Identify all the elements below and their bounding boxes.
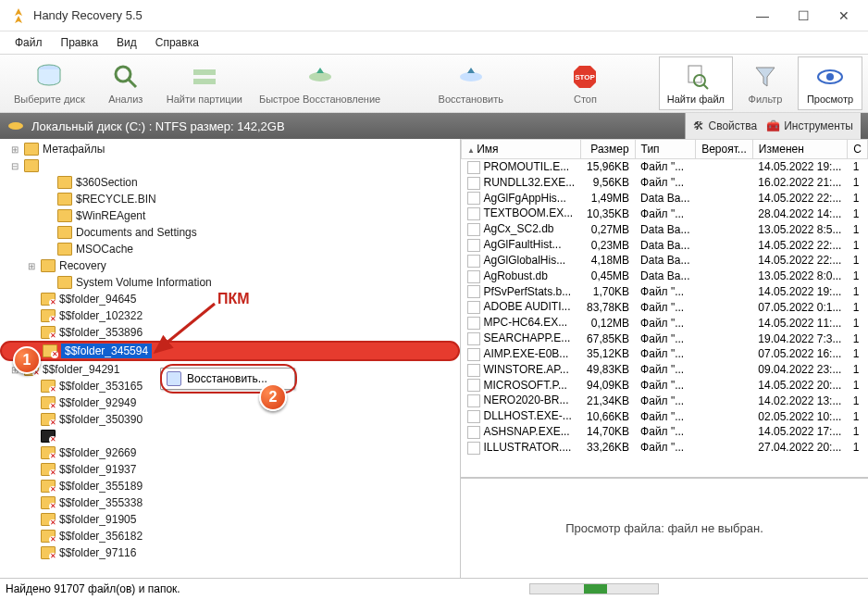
tree-item-label: $$folder_91937 — [59, 463, 136, 476]
tree-item[interactable]: Documents and Settings — [0, 224, 460, 241]
ctx-restore-item[interactable]: Восстановить... — [187, 372, 267, 385]
tree-item[interactable]: MSOCache — [0, 241, 460, 257]
svg-point-6 — [460, 72, 482, 81]
tree-item[interactable]: $$folder_92949 — [0, 394, 460, 411]
file-icon — [467, 192, 480, 205]
tree-item[interactable]: $$folder_94645 — [0, 291, 460, 307]
folder-icon — [43, 344, 57, 357]
file-row[interactable]: DLLHOST.EXE-...10,66KBФайл "...02.05.202… — [462, 408, 868, 424]
col-size[interactable]: Размер — [581, 140, 635, 159]
tree-item[interactable]: System Volume Information — [0, 274, 460, 291]
tree-item[interactable]: $$folder_91937 — [0, 461, 460, 478]
file-row[interactable]: NERO2020-BR...21,34KBФайл "...14.02.2022… — [462, 393, 868, 408]
col-modified[interactable]: Изменен — [752, 140, 847, 159]
col-type[interactable]: Тип — [635, 140, 696, 159]
tree-item[interactable]: $$folder_92669 — [0, 444, 460, 461]
close-button[interactable]: ✕ — [824, 2, 864, 30]
folder-icon — [41, 259, 56, 272]
menu-file[interactable]: Файл — [7, 34, 50, 51]
tree-item[interactable]: $$folder_350390 — [0, 411, 460, 428]
expander-icon[interactable]: ⊞ — [26, 261, 37, 271]
file-row[interactable]: PfSvPerfStats.b...1,70KBФайл "...14.05.2… — [462, 284, 868, 300]
analyze-button[interactable]: Анализ — [93, 56, 158, 110]
file-icon — [467, 394, 480, 407]
file-row[interactable]: ILLUSTRATOR....33,26KBФайл "...27.04.202… — [462, 440, 868, 456]
file-row[interactable]: MICROSOFT.P...94,09KBФайл "...14.05.2022… — [462, 378, 868, 394]
file-row[interactable]: SEARCHAPP.E...67,85KBФайл "...19.04.2022… — [462, 331, 868, 346]
tree-item[interactable]: $$folder_102322 — [0, 307, 460, 324]
expander-icon[interactable]: ⊞ — [9, 365, 20, 375]
find-file-button[interactable]: Найти файл — [659, 56, 733, 110]
tree-item[interactable]: ⊟ — [0, 157, 460, 174]
tree-item[interactable]: $$folder_355189 — [0, 478, 460, 494]
filter-button[interactable]: Фильтр — [733, 56, 798, 110]
tree-item[interactable]: ⊞Recovery — [0, 257, 460, 274]
tree-item[interactable]: $WinREAgent — [0, 207, 460, 224]
svg-point-1 — [116, 67, 130, 81]
file-icon — [467, 270, 480, 283]
progress-bar — [529, 583, 659, 594]
tree-item[interactable]: $$folder_345594 — [0, 341, 460, 361]
menu-edit[interactable]: Правка — [54, 34, 106, 51]
tree-item[interactable]: $$folder_355338 — [0, 494, 460, 511]
col-name[interactable]: Имя — [462, 140, 581, 159]
col-c[interactable]: С — [848, 140, 868, 159]
filter-icon — [750, 62, 780, 92]
tree-item[interactable]: $360Section — [0, 174, 460, 191]
file-row[interactable]: AgGlFgAppHis...1,49MBData Ba...14.05.202… — [462, 191, 868, 206]
file-row[interactable]: AgCx_SC2.db0,27MBData Ba...13.05.2022 8:… — [462, 221, 868, 237]
tree-item[interactable]: $$folder_353896 — [0, 324, 460, 341]
recover-icon — [456, 62, 486, 92]
tree-item[interactable]: $$folder_356182 — [0, 528, 460, 544]
file-row[interactable]: MPC-HC64.EX...0,12MBФайл "...14.05.2022 … — [462, 315, 868, 331]
file-icon — [467, 207, 480, 220]
file-row[interactable]: AgGlGlobalHis...4,18MBData Ba...14.05.20… — [462, 253, 868, 269]
file-row[interactable]: WINSTORE.AP...49,83KBФайл "...09.04.2022… — [462, 362, 868, 378]
folder-icon — [24, 143, 39, 156]
select-disk-button[interactable]: Выберите диск — [6, 56, 93, 110]
file-row[interactable]: AIMP.EXE-E0B...35,12KBФайл "...07.05.202… — [462, 346, 868, 362]
file-row[interactable]: ADOBE AUDITI...83,78KBФайл "...07.05.202… — [462, 299, 868, 315]
folder-icon — [41, 463, 56, 476]
folder-icon — [41, 496, 56, 509]
quick-restore-button[interactable]: Быстрое Восстановление — [251, 56, 389, 110]
tree-item-label: Метафайлы — [43, 143, 105, 156]
file-row[interactable]: RUNDLL32.EXE...9,56KBФайл "...16.02.2022… — [462, 175, 868, 191]
menubar: Файл Правка Вид Справка — [0, 31, 868, 54]
expander-icon[interactable]: ⊞ — [9, 144, 20, 155]
tree-item-label: $$folder_92669 — [59, 446, 136, 459]
folder-tree[interactable]: ⊞Метафайлы⊟$360Section$RECYCLE.BIN$WinRE… — [0, 139, 461, 578]
minimize-button[interactable]: — — [742, 2, 783, 30]
search-file-icon — [681, 62, 711, 92]
app-icon — [9, 6, 28, 25]
tree-item-label: $$folder_91905 — [59, 513, 136, 526]
tree-item[interactable]: $RECYCLE.BIN — [0, 191, 460, 207]
col-prob[interactable]: Вероят... — [696, 140, 753, 159]
tools-button[interactable]: 🧰Инструменты — [766, 119, 853, 132]
file-row[interactable]: PROMOUTIL.E...15,96KBФайл "...14.05.2022… — [462, 159, 868, 175]
restore-button[interactable]: Восстановить — [430, 56, 512, 110]
tree-item[interactable] — [0, 428, 460, 444]
expander-icon[interactable]: ⊟ — [9, 161, 20, 171]
tree-item-label: Recovery — [59, 259, 106, 272]
file-list[interactable]: Имя Размер Тип Вероят... Изменен С PROMO… — [461, 139, 868, 478]
tree-item-label: $$folder_353896 — [59, 326, 143, 339]
find-partitions-button[interactable]: Найти партиции — [158, 56, 251, 110]
properties-button[interactable]: 🛠Свойства — [693, 119, 757, 132]
stop-button[interactable]: STOPСтоп — [552, 56, 617, 110]
menu-view[interactable]: Вид — [109, 34, 144, 51]
file-icon — [467, 379, 480, 392]
folder-icon — [57, 243, 72, 256]
tree-item[interactable]: $$folder_97116 — [0, 544, 460, 561]
file-row[interactable]: ASHSNAP.EXE...14,70KBФайл "...14.05.2022… — [462, 424, 868, 440]
maximize-button[interactable]: ☐ — [783, 2, 824, 30]
file-icon — [467, 177, 480, 190]
preview-button[interactable]: Просмотр — [798, 56, 862, 110]
menu-help[interactable]: Справка — [148, 34, 206, 51]
tree-item[interactable]: $$folder_91905 — [0, 511, 460, 528]
file-row[interactable]: AgRobust.db0,45MBData Ba...13.05.2022 8:… — [462, 269, 868, 284]
tree-item[interactable]: ⊞Метафайлы — [0, 141, 460, 157]
file-row[interactable]: AgGlFaultHist...0,23MBData Ba...14.05.20… — [462, 237, 868, 253]
tree-item-label: $$folder_97116 — [59, 546, 136, 559]
file-row[interactable]: TEXTBOOM.EX...10,35KBФайл "...28.04.2022… — [462, 206, 868, 221]
